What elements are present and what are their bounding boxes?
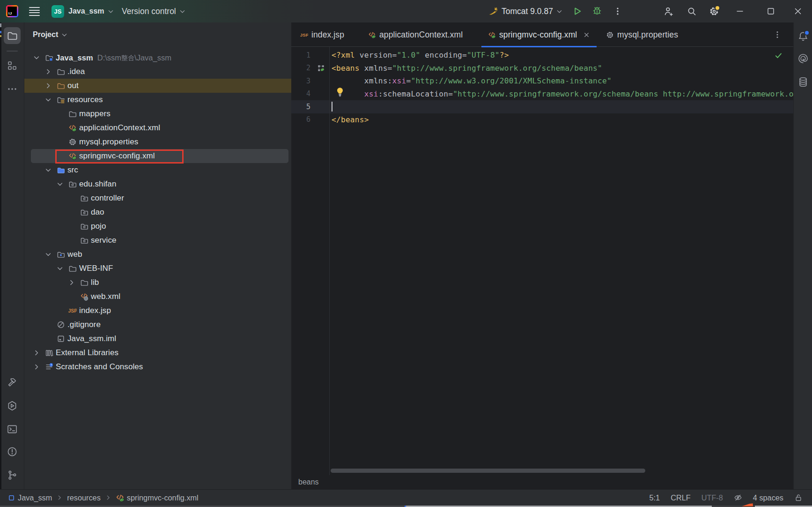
line-number: 2 <box>291 64 310 72</box>
code-line-2: 2<beans xmlns="http://www.springframewor… <box>291 62 793 75</box>
tree-item-web-inf[interactable]: WEB-INF <box>24 261 291 276</box>
title-bar: IJ JS Java_ssm Version control Tomcat 9.… <box>0 0 812 22</box>
tree-item-web-xml[interactable]: web.xml <box>24 290 291 304</box>
module-file-icon <box>57 335 65 343</box>
tree-item-java-ssm-root[interactable]: Java_ssm D:\ssm\Java_ssm <box>24 51 291 65</box>
tree-item-service[interactable]: service <box>24 233 291 247</box>
project-tool-button[interactable] <box>4 27 21 44</box>
problems-tool-button[interactable] <box>7 446 18 457</box>
project-tool-window: Project Java_ssm D:\ssm\Java_ssm .idea o… <box>24 22 291 489</box>
tab-mysql-properties[interactable]: mysql.properties <box>598 22 686 47</box>
tree-item-edu-shifan[interactable]: edu.shifan <box>24 177 291 191</box>
window-maximize-button[interactable] <box>766 7 775 16</box>
caret-position-widget[interactable]: 5:1 <box>650 493 660 502</box>
project-avatar[interactable]: JS <box>52 5 64 18</box>
project-switcher[interactable]: Java_ssm <box>68 0 114 22</box>
status-crumb-project[interactable]: Java_ssm <box>18 493 52 502</box>
code-editor[interactable]: 1<?xml version="1.0" encoding="UTF-8"?>2… <box>291 47 793 475</box>
text-caret <box>332 102 332 112</box>
chevron-right-icon <box>56 494 63 501</box>
tree-item-scratches[interactable]: Scratches and Consoles <box>24 360 291 374</box>
window-close-button[interactable] <box>793 7 803 16</box>
tree-item-src[interactable]: src <box>24 163 291 177</box>
tree-item-controller[interactable]: controller <box>24 191 291 205</box>
tree-item-mappers[interactable]: mappers <box>24 107 291 121</box>
tab-applicationcontext-xml[interactable]: applicationContext.xml <box>361 22 470 47</box>
tree-item-dao[interactable]: dao <box>24 205 291 219</box>
status-bar-breadcrumbs: Java_ssm resources springmvc-config.xml <box>8 491 199 507</box>
tree-item-lib[interactable]: lib <box>24 276 291 290</box>
tab-index-jsp[interactable]: index.jsp <box>293 22 352 47</box>
chevron-down-icon <box>107 8 114 15</box>
git-tool-button[interactable] <box>7 470 18 481</box>
run-button[interactable] <box>572 6 583 16</box>
tree-item-resources[interactable]: resources <box>24 93 291 107</box>
intellij-logo-icon[interactable]: IJ <box>6 5 18 17</box>
window-minimize-button[interactable] <box>735 7 745 16</box>
debug-button[interactable] <box>592 6 602 16</box>
notifications-bell-icon[interactable] <box>797 31 809 42</box>
tree-item-mysql-properties[interactable]: mysql.properties <box>24 135 291 149</box>
cjk-he-glyph <box>128 55 134 61</box>
code-line-4: 4 xsi:schemaLocation="http://www.springf… <box>291 88 793 101</box>
code-text: xsi:schemaLocation="http://www.springfra… <box>332 89 793 98</box>
tree-item-idea[interactable]: .idea <box>24 65 291 79</box>
code-line-6: 6</beans> <box>291 113 793 127</box>
tree-item-out[interactable]: out <box>24 79 291 93</box>
chevron-down-icon <box>56 265 64 272</box>
close-tab-icon[interactable] <box>583 31 590 38</box>
intention-bulb-icon[interactable] <box>336 87 344 97</box>
line-number: 4 <box>291 89 310 98</box>
toolbar-divider <box>7 51 18 52</box>
package-icon <box>80 208 89 216</box>
chevron-down-icon <box>33 54 40 61</box>
tree-item-applicationcontext-xml[interactable]: applicationContext.xml <box>24 121 291 135</box>
tab-springmvc-config-xml[interactable]: springmvc-config.xml <box>478 22 597 47</box>
main-menu-icon[interactable] <box>29 7 40 16</box>
services-tool-button[interactable] <box>7 400 18 411</box>
status-crumb-resources[interactable]: resources <box>67 493 101 502</box>
search-everywhere-icon[interactable] <box>687 6 697 16</box>
tree-item-web[interactable]: web <box>24 247 291 261</box>
settings-gear-icon[interactable] <box>709 6 719 16</box>
status-crumb-file[interactable]: springmvc-config.xml <box>127 493 199 502</box>
tree-item-external-libraries[interactable]: External Libraries <box>24 346 291 360</box>
code-text: <beans xmlns="http://www.springframework… <box>332 64 602 73</box>
more-tool-windows-icon[interactable] <box>7 83 18 95</box>
code-vision-icon[interactable] <box>734 493 742 502</box>
more-actions-icon[interactable] <box>613 6 623 16</box>
chevron-down-icon <box>44 251 52 258</box>
tree-item-java-ssm-iml[interactable]: Java_ssm.iml <box>24 332 291 346</box>
inspections-ok-icon[interactable] <box>775 52 782 60</box>
database-tool-button[interactable] <box>797 76 809 88</box>
chevron-right-icon <box>33 363 40 371</box>
vcs-widget[interactable]: Version control <box>122 0 186 22</box>
chevron-down-icon <box>556 8 563 15</box>
tab-options-icon[interactable] <box>773 30 782 39</box>
code-text: xmlns:xsi="http://www.w3.org/2001/XMLSch… <box>332 76 612 85</box>
tree-item-index-jsp[interactable]: index.jsp <box>24 304 291 318</box>
editor-tab-bar: index.jsp applicationContext.xml springm… <box>291 22 793 47</box>
breadcrumb-beans[interactable]: beans <box>298 478 319 486</box>
build-tool-button[interactable] <box>7 377 18 388</box>
terminal-tool-button[interactable] <box>7 424 18 435</box>
horizontal-scrollbar[interactable] <box>331 469 645 473</box>
run-configuration-selector[interactable]: Tomcat 9.0.87 <box>488 0 563 22</box>
chevron-right-icon <box>68 279 75 286</box>
code-text: </beans> <box>332 115 369 124</box>
spring-bean-gutter-icon[interactable] <box>317 64 325 72</box>
line-ending-widget[interactable]: CRLF <box>671 493 691 502</box>
indent-widget[interactable]: 4 spaces <box>753 493 783 502</box>
unlock-icon[interactable] <box>794 493 803 502</box>
ai-assistant-icon[interactable] <box>797 53 809 64</box>
external-libraries-icon <box>45 349 53 357</box>
spring-xml-file-icon <box>488 31 496 39</box>
structure-tool-button[interactable] <box>7 60 18 71</box>
project-panel-header[interactable]: Project <box>33 22 68 47</box>
tree-item-pojo[interactable]: pojo <box>24 219 291 233</box>
tree-item-gitignore[interactable]: .gitignore <box>24 318 291 332</box>
ignored-file-icon <box>57 321 65 329</box>
chevron-right-icon <box>33 349 40 357</box>
code-with-me-icon[interactable] <box>664 6 674 16</box>
encoding-widget[interactable]: UTF-8 <box>701 493 723 502</box>
